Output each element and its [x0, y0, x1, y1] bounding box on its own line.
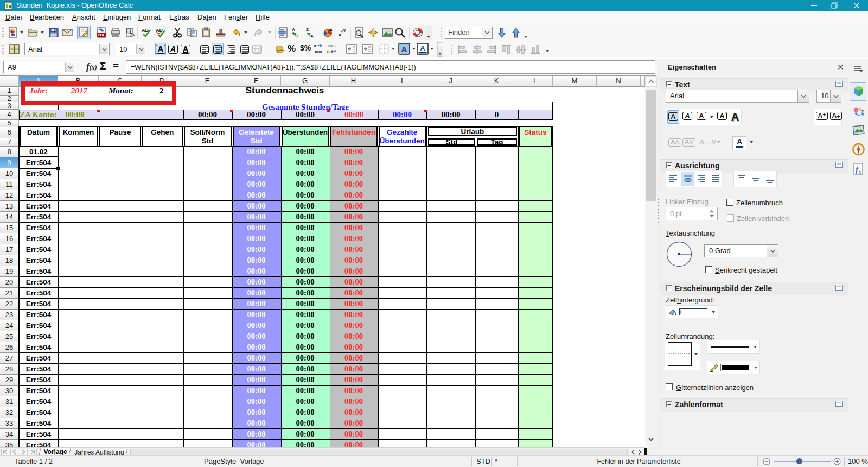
- svg-text:0: 0: [327, 49, 330, 54]
- svg-text:A: A: [401, 45, 407, 54]
- svg-text:x: x: [858, 169, 861, 175]
- svg-text:A: A: [420, 44, 425, 52]
- svg-text:.00: .00: [327, 43, 334, 48]
- svg-text:0: 0: [314, 43, 316, 48]
- svg-text:0: 0: [334, 43, 337, 48]
- svg-text:A: A: [310, 34, 314, 38]
- svg-text:.000: .000: [314, 49, 322, 54]
- svg-text:A: A: [292, 27, 295, 32]
- svg-text:PDF: PDF: [98, 33, 106, 37]
- svg-text:Z: Z: [296, 34, 299, 38]
- svg-text:Z: Z: [306, 27, 309, 32]
